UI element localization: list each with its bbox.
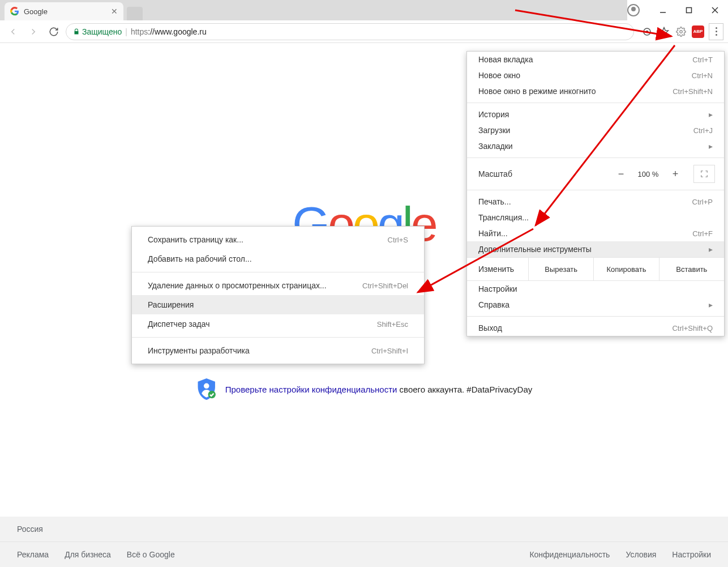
chrome-menu-button[interactable] xyxy=(709,23,723,40)
svg-point-7 xyxy=(680,30,683,33)
google-favicon-icon xyxy=(10,7,19,16)
page-footer: Россия Реклама Для бизнеса Всё о Google … xyxy=(0,517,728,567)
footer-link-privacy[interactable]: Конфиденциальность xyxy=(529,550,610,559)
url-text: https://www.google.ru xyxy=(131,27,207,36)
url-separator: | xyxy=(125,27,127,36)
privacy-text: своего аккаунта. #DataPrivacyDay xyxy=(397,385,532,394)
menu-item-bookmarks[interactable]: Закладки▸ xyxy=(467,138,724,154)
footer-link-terms[interactable]: Условия xyxy=(626,550,656,559)
tab-close-icon[interactable]: ✕ xyxy=(111,7,118,16)
menu-item-history[interactable]: История▸ xyxy=(467,106,724,122)
menu-item-new-window[interactable]: Новое окноCtrl+N xyxy=(467,67,724,83)
browser-toolbar: Защищено | https://www.google.ru ABP xyxy=(0,20,728,43)
menu-item-find[interactable]: Найти...Ctrl+F xyxy=(467,225,724,241)
footer-link-ads[interactable]: Реклама xyxy=(17,550,49,559)
menu-zoom-row: Масштаб − 100 % + xyxy=(467,161,724,186)
window-minimize-button[interactable] xyxy=(650,2,676,19)
footer-country: Россия xyxy=(17,525,43,534)
privacy-promo: Проверьте настройки конфиденциальности с… xyxy=(196,377,533,401)
reload-button[interactable] xyxy=(45,23,62,40)
footer-link-about[interactable]: Всё о Google xyxy=(127,550,175,559)
svg-marker-6 xyxy=(660,27,669,35)
submenu-item-save-as[interactable]: Сохранить страницу как...Ctrl+S xyxy=(132,230,424,249)
menu-item-print[interactable]: Печать...Ctrl+P xyxy=(467,194,724,210)
tab-strip: Google ✕ xyxy=(0,0,728,20)
back-button[interactable] xyxy=(5,23,22,40)
chrome-main-menu: Новая вкладкаCtrl+T Новое окноCtrl+N Нов… xyxy=(466,51,725,336)
zoom-in-button[interactable]: + xyxy=(664,164,687,184)
privacy-link[interactable]: Проверьте настройки конфиденциальности xyxy=(225,385,397,394)
extension-gear-icon[interactable] xyxy=(675,25,687,38)
address-bar[interactable]: Защищено | https://www.google.ru xyxy=(66,23,634,40)
footer-link-business[interactable]: Для бизнеса xyxy=(65,550,111,559)
bookmark-star-icon[interactable] xyxy=(658,25,670,38)
fullscreen-button[interactable] xyxy=(693,165,715,183)
menu-item-downloads[interactable]: ЗагрузкиCtrl+J xyxy=(467,122,724,138)
forward-button[interactable] xyxy=(25,23,42,40)
menu-item-more-tools[interactable]: Дополнительные инструменты▸ xyxy=(467,241,724,257)
window-maximize-button[interactable] xyxy=(676,2,702,19)
zoom-out-button[interactable]: − xyxy=(610,164,632,184)
submenu-item-clear-data[interactable]: Удаление данных о просмотренных страница… xyxy=(132,276,424,295)
submenu-item-extensions[interactable]: Расширения xyxy=(132,295,424,314)
zoom-value: 100 % xyxy=(632,170,664,178)
menu-item-new-tab[interactable]: Новая вкладкаCtrl+T xyxy=(467,52,724,67)
svg-rect-1 xyxy=(687,8,692,13)
submenu-item-task-manager[interactable]: Диспетчер задачShift+Esc xyxy=(132,314,424,334)
svg-point-5 xyxy=(646,31,648,32)
menu-edit-row: Изменить Вырезать Копировать Вставить xyxy=(467,257,724,281)
menu-item-cast[interactable]: Трансляция... xyxy=(467,210,724,225)
footer-link-settings[interactable]: Настройки xyxy=(672,550,711,559)
profile-avatar-icon[interactable] xyxy=(627,4,640,16)
menu-item-exit[interactable]: ВыходCtrl+Shift+Q xyxy=(467,320,724,336)
edit-copy-button[interactable]: Копировать xyxy=(593,258,658,280)
edit-paste-button[interactable]: Вставить xyxy=(659,258,724,280)
privacy-shield-icon xyxy=(196,377,217,401)
more-tools-submenu: Сохранить страницу как...Ctrl+S Добавить… xyxy=(131,226,425,364)
window-titlebar xyxy=(627,0,728,20)
menu-item-help[interactable]: Справка▸ xyxy=(467,297,724,313)
submenu-item-add-desktop[interactable]: Добавить на рабочий стол... xyxy=(132,249,424,268)
adblock-plus-icon[interactable]: ABP xyxy=(692,25,704,38)
browser-tab[interactable]: Google ✕ xyxy=(5,2,123,20)
menu-item-incognito[interactable]: Новое окно в режиме инкогнитоCtrl+Shift+… xyxy=(467,83,724,99)
secure-indicator: Защищено xyxy=(73,27,122,36)
svg-point-8 xyxy=(204,383,209,389)
window-close-button[interactable] xyxy=(702,2,728,19)
tab-title: Google xyxy=(24,7,106,16)
menu-item-settings[interactable]: Настройки xyxy=(467,281,724,297)
lock-icon xyxy=(73,28,80,35)
edit-cut-button[interactable]: Вырезать xyxy=(528,258,593,280)
location-target-icon[interactable] xyxy=(641,25,653,38)
new-tab-button[interactable] xyxy=(127,7,143,20)
submenu-item-dev-tools[interactable]: Инструменты разработчикаCtrl+Shift+I xyxy=(132,341,424,360)
